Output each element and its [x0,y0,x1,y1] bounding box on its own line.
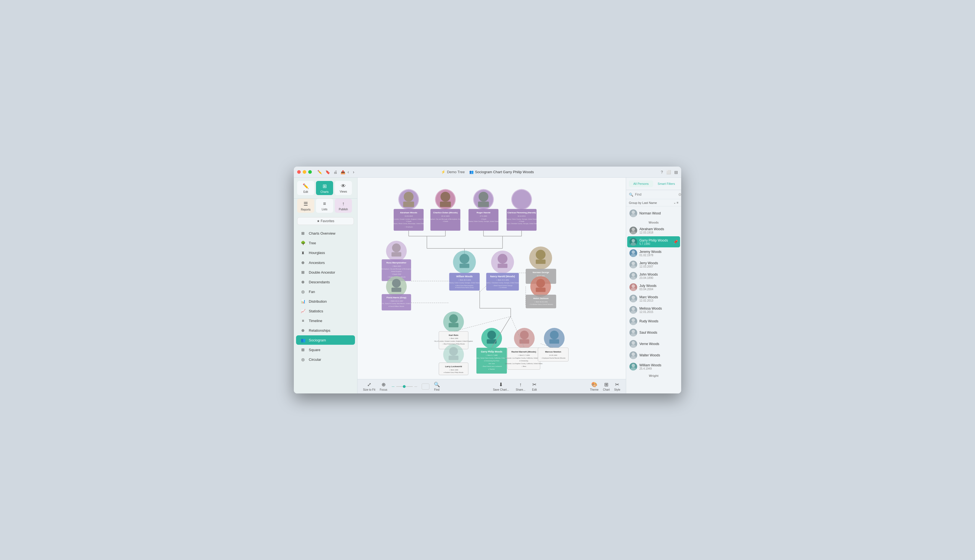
list-item[interactable]: Abraham Woods 12.03.1918 [627,225,680,236]
svg-text:Ross Marryweather: Ross Marryweather [386,262,407,264]
sidebar-item-ancestors[interactable]: ⊕ Ancestors [296,258,355,267]
sidebar-item-charts-overview[interactable]: ⊞ Charts Overview [296,228,355,238]
sidebar-item-square[interactable]: ⊞ Square [296,345,355,355]
person-name: Garry Philip Woods [639,238,671,242]
chart-title: 👥 Sociogram Chart Garry Philip Woods [469,170,534,174]
sidebar-item-hourglass[interactable]: ⧗ Hourglass [296,248,355,258]
svg-text:City of London, Greater London: City of London, Greater London, England,… [389,218,428,220]
avatar [630,363,637,370]
svg-point-13 [512,190,531,209]
list-item[interactable]: Jerry Woods 12.03.2007 [627,259,680,270]
person-search-input[interactable] [635,193,677,197]
svg-text:Atlanta, Fulton County, Georgi: Atlanta, Fulton County, Georgia, United … [468,220,499,222]
sidebar-item-timeline[interactable]: ≡ Timeline [296,316,355,325]
sidebar-item-double-ancestor[interactable]: ⊞ Double Ancestor [296,268,355,277]
list-item[interactable]: Verne Woods [627,338,680,350]
forward-button[interactable]: › [352,169,355,175]
svg-text:Lancaster, Los Angeles County,: Lancaster, Los Angeles County, Californi… [505,363,543,364]
thumbnail-view[interactable] [422,383,429,390]
list-item[interactable]: William Woods 25.4.1949 [627,361,680,372]
list-item[interactable]: Marc Woods 12.02.2013 [627,293,680,304]
avatar [630,249,637,257]
svg-text:☆ Best Friend   Larry Lockworl: ☆ Best Friend Larry Lockworld [482,365,502,367]
sidebar-item-circular[interactable]: ◎ Circular [296,355,355,364]
svg-rect-3 [403,202,414,207]
sidebar-item-descendants[interactable]: ⊗ Descendants [296,277,355,287]
edit-tool-icon: ✏️ [303,183,309,189]
list-item[interactable]: Walter Woods [627,350,680,361]
svg-text:☆ Birth   24.4.1953: ☆ Birth 24.4.1953 [496,279,509,281]
reports-tool-button[interactable]: ☰ Reports [297,199,314,213]
sidebar-item-relationships[interactable]: ⊕ Relationships [296,326,355,335]
nav-item-label: Charts Overview [309,231,335,235]
pin-icon: 📌 [673,240,678,244]
person-date: 12.01.2015 [639,310,678,313]
lists-tool-button[interactable]: ≡ Lists [316,199,333,213]
sidebar-item-tree[interactable]: 🌳 Tree [296,238,355,248]
charts-tool-button[interactable]: ⊞ Charts [316,181,333,195]
person-date: 5.7.1980 [639,242,671,245]
relationships-icon: ⊕ [300,328,305,333]
sidebar-toggle-icon[interactable]: ▤ [674,170,678,174]
minimize-button[interactable] [303,170,306,174]
edit-chart-button[interactable]: ✂ Edit [532,382,537,391]
list-item[interactable]: John Woods 23.04.1890 [627,270,680,282]
list-item[interactable]: July Woods 03.04.2004 [627,282,680,293]
maximize-button[interactable] [308,170,312,174]
sidebar-item-fan[interactable]: ◎ Fan [296,287,355,296]
list-item[interactable]: Garry Philip Woods 5.7.1980 📌 [627,236,680,247]
svg-point-76 [536,250,545,260]
person-info: Rudy Woods [639,319,678,323]
app-window: ✏️ 🔖 🖨 📤 ‹ › ⚡ Demo Tree 👥 Sociogram Cha… [294,167,681,393]
person-name: Rudy Woods [639,319,678,323]
sidebar-item-sociogram[interactable]: 👥 Sociogram [296,335,355,345]
list-item[interactable]: Jeremy Woods 01.02.1978 [627,248,680,259]
svg-text:✝ Death: ✝ Death [406,220,412,222]
window-icon[interactable]: ⬜ [666,170,671,174]
chart-button[interactable]: ⊞ Chart [603,382,610,391]
nav-item-label: Double Ancestor [309,270,335,275]
views-tool-button[interactable]: 👁 Views [335,181,352,195]
svg-point-162 [630,254,636,257]
nav-item-label: Timeline [309,319,322,323]
settings-icon[interactable]: ⚙ [678,192,681,197]
list-item[interactable]: Saul Woods [627,327,680,338]
person-name: Jerry Woods [639,261,678,265]
smart-filters-button[interactable]: Smart Filters [654,180,679,187]
chart-area[interactable]: Abraham Woods 13.03.1918 City of London,… [357,178,626,379]
bottom-toolbar: ⤢ Size to Fit ⊕ Focus — — [357,379,626,393]
left-sidebar: ✏️ Edit ⊞ Charts 👁 Views ☰ Reports [294,178,357,393]
close-button[interactable] [297,170,301,174]
style-button[interactable]: ✂ Style [614,382,620,391]
nav-item-label: Descendants [309,280,330,284]
publish-tool-button[interactable]: ↑ Publish [335,199,352,213]
find-button[interactable]: 🔍 Find [434,382,440,391]
back-button[interactable]: ‹ [347,169,350,175]
size-to-fit-button[interactable]: ⤢ Size to Fit [363,382,375,391]
focus-button[interactable]: ⊕ Focus [380,382,387,391]
list-item[interactable]: Melissa Woods 12.01.2015 [627,304,680,315]
all-persons-button[interactable]: All Persons [629,180,653,187]
sidebar-item-distribution[interactable]: 📊 Distribution [296,297,355,306]
svg-point-177 [632,341,635,345]
tree-title: ⚡ Demo Tree [441,170,465,174]
list-item[interactable]: Rudy Woods [627,316,680,327]
person-info: July Woods 03.04.2004 [639,284,678,291]
favorites-button[interactable]: ★ Favorites [297,217,354,225]
save-chart-button[interactable]: ⬇ Save Chart... [493,382,509,391]
save-chart-icon: ⬇ [499,382,503,388]
chart-icon: ⊞ [604,382,608,388]
sidebar-item-statistics[interactable]: 📈 Statistics [296,306,355,316]
person-name: Jeremy Woods [639,250,678,254]
svg-text:♦ Boss   Ross Marryweather: ♦ Boss Ross Marryweather [455,285,473,287]
person-name: Saul Woods [639,331,678,335]
share-button[interactable]: ↑ Share... [516,382,525,391]
distribution-icon: 📊 [300,299,305,303]
list-item[interactable]: Norman Wood [627,208,680,219]
avatar [630,261,637,268]
edit-tool-button[interactable]: ✏️ Edit [297,181,314,195]
group-by-chevron[interactable]: ⌄ ≡ [673,201,678,205]
theme-button[interactable]: 🎨 Theme [590,382,598,391]
help-icon[interactable]: ? [661,170,663,174]
zoom-slider[interactable]: — — [392,385,417,388]
